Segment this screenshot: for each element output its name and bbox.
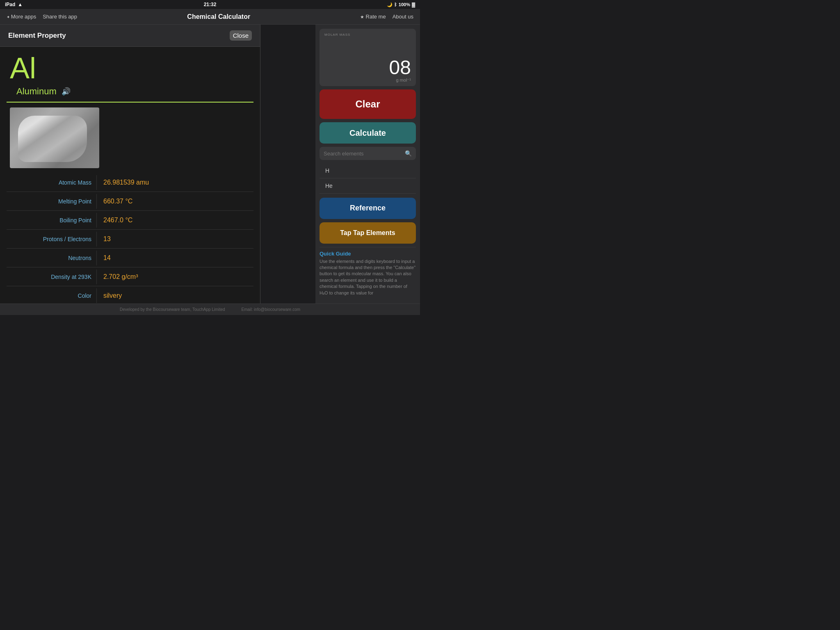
prop-value-density: 2.702 g/cm³: [97, 269, 253, 285]
prop-value-protons: 13: [97, 231, 253, 247]
list-item-h[interactable]: H: [320, 163, 416, 178]
prop-label-density: Density at 293K: [7, 269, 97, 284]
prop-label-color: Color: [7, 288, 97, 303]
reference-button[interactable]: Reference: [320, 198, 416, 219]
clear-button[interactable]: Clear: [320, 89, 416, 119]
app-title: Chemical Calculator: [187, 13, 250, 21]
molar-mass-value: 08: [324, 58, 411, 78]
prop-label-protons: Protons / Electrons: [7, 232, 97, 247]
element-name-row: Aluminum 🔊: [7, 84, 253, 103]
element-modal: Element Property Close Al Aluminum 🔊 Ato…: [0, 25, 260, 315]
prop-label-neutrons: Neutrons: [7, 251, 97, 265]
prop-row-protons: Protons / Electrons 13: [7, 230, 253, 249]
speaker-icon[interactable]: 🔊: [62, 87, 71, 96]
right-panel: MOLAR MASS 08 g mol⁻¹ Clear Calculate 🔍 …: [315, 25, 420, 304]
quick-guide: Quick Guide Use the elements and digits …: [320, 247, 416, 299]
prop-label-melting: Melting Point: [7, 194, 97, 209]
modal-header: Element Property Close: [0, 25, 260, 47]
bluetooth-icon: ᛒ: [394, 2, 397, 7]
prop-value-melting: 660.37 °C: [97, 194, 253, 209]
footer-right: Email: info@biocourseware.com: [242, 307, 301, 312]
status-bar: iPad ▲ 21:32 🌙 ᛒ 100% ▓: [0, 0, 420, 9]
share-app-link[interactable]: Share this app: [43, 14, 77, 20]
element-name: Aluminum: [16, 86, 57, 97]
top-nav: More apps Share this app Chemical Calcul…: [0, 9, 420, 25]
battery-label: 100%: [399, 2, 410, 7]
prop-value-color: silvery: [97, 288, 253, 304]
prop-value-neutrons: 14: [97, 250, 253, 266]
prop-row-melting: Melting Point 660.37 °C: [7, 192, 253, 211]
prop-row-boiling: Boiling Point 2467.0 °C: [7, 211, 253, 230]
molar-mass-display: MOLAR MASS 08 g mol⁻¹: [320, 29, 416, 86]
prop-row-density: Density at 293K 2.702 g/cm³: [7, 267, 253, 286]
prop-label-boiling: Boiling Point: [7, 213, 97, 228]
moon-icon: 🌙: [387, 2, 393, 7]
prop-row-color: Color silvery: [7, 286, 253, 305]
molar-mass-unit: g mol⁻¹: [324, 78, 411, 83]
element-image: [10, 107, 99, 168]
battery-icon: ▓: [412, 2, 415, 7]
footer: Developed by the Biocourseware team, Tou…: [0, 304, 420, 315]
prop-label-atomic-mass: Atomic Mass: [7, 175, 97, 190]
time-display: 21:32: [204, 2, 217, 7]
element-image-area: [0, 103, 260, 173]
modal-close-button[interactable]: Close: [230, 30, 252, 41]
properties-table: Atomic Mass 26.981539 amu Melting Point …: [0, 173, 260, 315]
wifi-icon: ▲: [18, 2, 23, 7]
device-label: iPad: [5, 2, 15, 7]
quick-guide-title: Quick Guide: [320, 251, 416, 257]
element-symbol: Al: [0, 47, 260, 84]
more-apps-link[interactable]: More apps: [7, 14, 36, 20]
footer-left: Developed by the Biocourseware team, Tou…: [120, 307, 225, 312]
element-list: H He Li: [320, 163, 416, 194]
search-icon: 🔍: [405, 150, 412, 157]
prop-row-neutrons: Neutrons 14: [7, 249, 253, 267]
prop-value-atomic-mass: 26.981539 amu: [97, 175, 253, 190]
rate-me-link[interactable]: Rate me: [360, 14, 386, 20]
list-item-li[interactable]: Li: [320, 194, 416, 194]
search-container: 🔍: [320, 147, 416, 160]
quick-guide-text: Use the elements and digits keyboard to …: [320, 258, 416, 296]
prop-row-atomic-mass: Atomic Mass 26.981539 amu: [7, 173, 253, 192]
list-item-he[interactable]: He: [320, 178, 416, 194]
prop-value-boiling: 2467.0 °C: [97, 212, 253, 228]
taptap-button[interactable]: Tap Tap Elements: [320, 222, 416, 244]
molar-mass-label: MOLAR MASS: [324, 33, 350, 37]
search-input[interactable]: [324, 151, 402, 157]
modal-title: Element Property: [8, 32, 66, 40]
about-us-link[interactable]: About us: [393, 14, 413, 20]
calculate-button[interactable]: Calculate: [320, 122, 416, 144]
